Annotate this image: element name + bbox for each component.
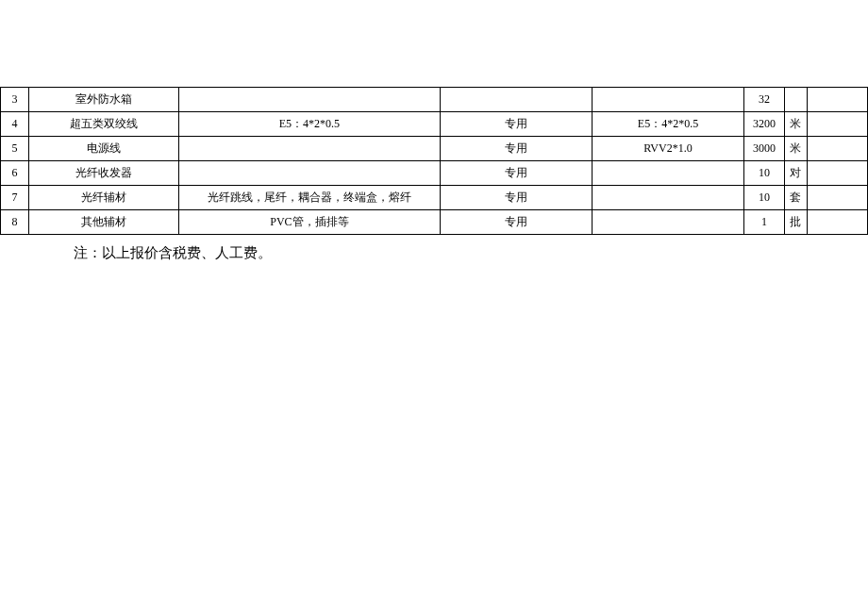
cell-use: 专用 <box>440 161 592 186</box>
footnote: 注：以上报价含税费、人工费。 <box>74 244 868 262</box>
table-row: 5 电源线 专用 RVV2*1.0 3000 米 <box>1 137 868 161</box>
cell-name: 室外防水箱 <box>29 88 179 112</box>
cell-idx: 4 <box>1 112 29 137</box>
cell-use: 专用 <box>440 186 592 210</box>
table-row: 4 超五类双绞线 E5：4*2*0.5 专用 E5：4*2*0.5 3200 米 <box>1 112 868 137</box>
cell-idx: 8 <box>1 210 29 235</box>
cell-last <box>807 161 867 186</box>
cell-last <box>807 88 867 112</box>
cell-spec <box>178 137 440 161</box>
cell-name: 超五类双绞线 <box>29 112 179 137</box>
cell-name: 光纤收发器 <box>29 161 179 186</box>
cell-param <box>592 88 743 112</box>
cell-param <box>592 161 743 186</box>
cell-qty: 3200 <box>743 112 784 137</box>
cell-unit: 批 <box>784 210 807 235</box>
cell-last <box>807 210 867 235</box>
cell-name: 电源线 <box>29 137 179 161</box>
cell-unit: 套 <box>784 186 807 210</box>
table-row: 6 光纤收发器 专用 10 对 <box>1 161 868 186</box>
cell-use: 专用 <box>440 137 592 161</box>
cell-qty: 3000 <box>743 137 784 161</box>
cell-param: RVV2*1.0 <box>592 137 743 161</box>
cell-spec <box>178 161 440 186</box>
cell-unit: 对 <box>784 161 807 186</box>
cell-qty: 10 <box>743 186 784 210</box>
cell-last <box>807 186 867 210</box>
table-row: 7 光纤辅材 光纤跳线，尾纤，耦合器，终端盒，熔纤 专用 10 套 <box>1 186 868 210</box>
cell-last <box>807 112 867 137</box>
cell-idx: 5 <box>1 137 29 161</box>
cell-param <box>592 210 743 235</box>
cell-qty: 32 <box>743 88 784 112</box>
table-row: 8 其他辅材 PVC管，插排等 专用 1 批 <box>1 210 868 235</box>
cell-idx: 7 <box>1 186 29 210</box>
cell-qty: 10 <box>743 161 784 186</box>
cell-spec: E5：4*2*0.5 <box>178 112 440 137</box>
cell-name: 光纤辅材 <box>29 186 179 210</box>
cell-unit <box>784 88 807 112</box>
cell-idx: 3 <box>1 88 29 112</box>
cell-param: E5：4*2*0.5 <box>592 112 743 137</box>
cell-use <box>440 88 592 112</box>
cell-use: 专用 <box>440 210 592 235</box>
cell-spec <box>178 88 440 112</box>
cell-unit: 米 <box>784 112 807 137</box>
cell-qty: 1 <box>743 210 784 235</box>
materials-table: 3 室外防水箱 32 4 超五类双绞线 E5：4*2*0.5 专用 E5：4*2… <box>0 87 868 235</box>
cell-idx: 6 <box>1 161 29 186</box>
cell-last <box>807 137 867 161</box>
cell-spec: PVC管，插排等 <box>178 210 440 235</box>
cell-spec: 光纤跳线，尾纤，耦合器，终端盒，熔纤 <box>178 186 440 210</box>
cell-param <box>592 186 743 210</box>
cell-name: 其他辅材 <box>29 210 179 235</box>
cell-unit: 米 <box>784 137 807 161</box>
cell-use: 专用 <box>440 112 592 137</box>
table-row: 3 室外防水箱 32 <box>1 88 868 112</box>
